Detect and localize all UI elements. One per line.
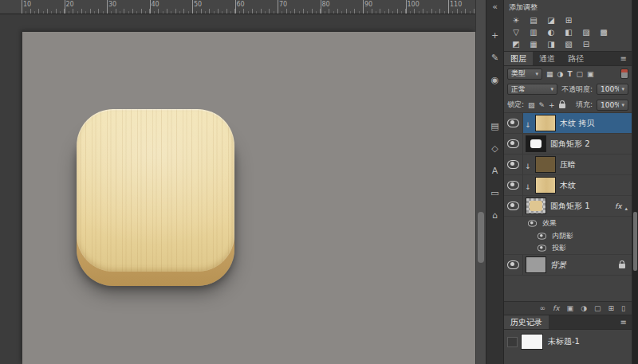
layers-bottom-bar: ∞ fx ▣ ◑ ▢ ⊞ ▯ — [504, 301, 632, 315]
scrollbar-thumb[interactable] — [478, 212, 484, 263]
text-tool[interactable]: A — [486, 166, 503, 177]
effect-name: 内阴影 — [552, 231, 573, 241]
eraser-tool[interactable]: ◇ — [486, 143, 503, 155]
tab-layers[interactable]: 图层 — [504, 52, 533, 65]
clone-stamp-tool[interactable]: ▤ — [486, 121, 503, 132]
filter-type-icon[interactable]: T — [567, 70, 572, 78]
ruler-number: 30 — [108, 1, 152, 8]
history-item-name: 未标题-1 — [548, 336, 580, 347]
opacity-value[interactable]: 100% — [597, 84, 628, 95]
tab-channels[interactable]: 通道 — [533, 52, 561, 65]
layer-thumbnail[interactable] — [535, 115, 556, 131]
history-source-box[interactable] — [507, 337, 518, 347]
visibility-toggle[interactable] — [504, 113, 523, 133]
exposure-icon[interactable]: ⊞ — [563, 15, 574, 25]
vibrance-icon[interactable]: ▽ — [510, 27, 522, 37]
visibility-toggle[interactable] — [504, 175, 523, 195]
filter-type-dropdown[interactable]: 类型 — [507, 68, 542, 80]
layer-group-icon[interactable]: ▢ — [594, 302, 601, 315]
tab-paths[interactable]: 路径 — [561, 52, 590, 65]
filter-adjustment-icon[interactable]: ◑ — [557, 70, 564, 78]
layer-thumbnail[interactable] — [526, 135, 546, 152]
dock-scrollbar-thumb[interactable] — [633, 212, 637, 271]
history-item[interactable]: 未标题-1 — [504, 334, 632, 350]
eye-icon[interactable] — [538, 245, 546, 252]
shape-tool[interactable]: ▭ — [486, 188, 503, 199]
channel-mixer-icon[interactable]: ▩ — [598, 27, 609, 37]
fx-badge[interactable]: fx — [615, 202, 622, 210]
filter-shape-icon[interactable]: ▢ — [577, 70, 584, 78]
threshold-icon[interactable]: ◨ — [545, 39, 557, 49]
layer-style-icon[interactable]: fx — [553, 302, 560, 315]
collapse-effects-icon[interactable] — [624, 198, 628, 213]
inner-shadow-row[interactable]: 内阴影 — [504, 229, 632, 242]
filter-smartobject-icon[interactable]: ▣ — [587, 70, 594, 78]
layer-thumbnail[interactable] — [535, 177, 556, 194]
lock-all-icon[interactable] — [559, 104, 565, 108]
posterize-icon[interactable]: ▦ — [528, 39, 539, 49]
effects-row[interactable]: 效果 — [504, 217, 632, 229]
move-tool[interactable]: + — [486, 30, 503, 41]
fill-value[interactable]: 100% — [597, 100, 628, 111]
hand-tool[interactable]: ⌂ — [486, 210, 503, 221]
new-layer-icon[interactable]: ⊞ — [608, 302, 615, 315]
link-layers-icon[interactable]: ∞ — [540, 302, 546, 315]
invert-icon[interactable]: ◩ — [510, 39, 522, 49]
panel-menu-icon[interactable]: ≡ — [616, 52, 632, 65]
ruler-number: 80 — [322, 1, 365, 8]
curves-icon[interactable]: ◪ — [545, 15, 557, 25]
opacity-label: 不透明度: — [561, 84, 593, 95]
clip-arrow-icon — [523, 178, 533, 193]
blend-mode-dropdown[interactable]: 正常 — [507, 84, 557, 95]
tab-history[interactable]: 历史记录 — [504, 315, 549, 329]
eye-icon — [507, 202, 519, 210]
adjustment-layer-icon[interactable]: ◑ — [581, 302, 587, 315]
lock-pixels-icon[interactable]: ✎ — [539, 101, 545, 109]
gradient-map-icon[interactable]: ▧ — [563, 39, 574, 49]
drop-shadow-row[interactable]: 投影 — [504, 242, 632, 255]
lock-transparency-icon[interactable]: ▨ — [528, 101, 535, 109]
horizontal-ruler[interactable]: 10 20 30 40 50 60 70 80 90 100 110 — [0, 0, 475, 14]
eye-icon — [507, 260, 519, 269]
eye-icon[interactable] — [538, 233, 546, 239]
layer-name: 木纹 — [560, 180, 576, 191]
layer-thumbnail[interactable] — [526, 198, 546, 214]
canvas-vertical-scrollbar[interactable] — [475, 0, 486, 364]
delete-layer-icon[interactable]: ▯ — [621, 302, 625, 315]
visibility-toggle[interactable] — [504, 155, 523, 174]
layer-row-rounded-rect-1[interactable]: 圆角矩形 1 fx — [504, 196, 632, 217]
filter-pixel-icon[interactable]: ▦ — [546, 70, 553, 78]
layer-row-background[interactable]: 背景 — [504, 255, 632, 276]
history-menu-icon[interactable]: ≡ — [616, 315, 632, 329]
black-white-icon[interactable]: ◧ — [563, 27, 574, 37]
layer-row-darken[interactable]: 压暗 — [504, 155, 632, 175]
dock-scrollbar[interactable] — [632, 0, 638, 364]
eye-icon[interactable] — [528, 220, 537, 226]
layer-thumbnail[interactable] — [535, 156, 556, 173]
visibility-toggle[interactable] — [504, 196, 523, 216]
brightness-contrast-icon[interactable]: ☀ — [510, 15, 522, 25]
layer-row-rounded-rect-2[interactable]: 圆角矩形 2 — [504, 134, 632, 155]
clip-arrow-icon — [523, 157, 533, 172]
layer-mask-icon[interactable]: ▣ — [567, 302, 574, 315]
visibility-toggle[interactable] — [504, 255, 523, 275]
layer-name: 圆角矩形 2 — [550, 139, 590, 150]
lock-position-icon[interactable]: + — [549, 101, 555, 109]
selective-color-icon[interactable]: ⊟ — [581, 39, 592, 49]
background-lock-icon — [619, 264, 625, 268]
brush-tool[interactable]: ◉ — [486, 75, 503, 86]
photo-filter-icon[interactable]: ▨ — [581, 27, 592, 37]
levels-icon[interactable]: ▤ — [528, 15, 539, 25]
hue-saturation-icon[interactable]: ▥ — [528, 27, 539, 37]
visibility-toggle[interactable] — [504, 134, 523, 154]
collapse-dock-icon[interactable]: « — [486, 2, 503, 13]
ruler-number: 90 — [364, 1, 408, 8]
color-balance-icon[interactable]: ◐ — [545, 27, 557, 37]
effect-name: 投影 — [552, 243, 566, 253]
eyedropper-tool[interactable]: ✎ — [486, 53, 503, 64]
filter-toggle-icon[interactable] — [620, 68, 628, 79]
layer-row-wood-grain-copy[interactable]: 木纹 拷贝 — [504, 113, 632, 134]
layer-row-wood-grain[interactable]: 木纹 — [504, 175, 632, 196]
canvas-document[interactable] — [22, 32, 475, 364]
layer-thumbnail[interactable] — [526, 256, 546, 273]
